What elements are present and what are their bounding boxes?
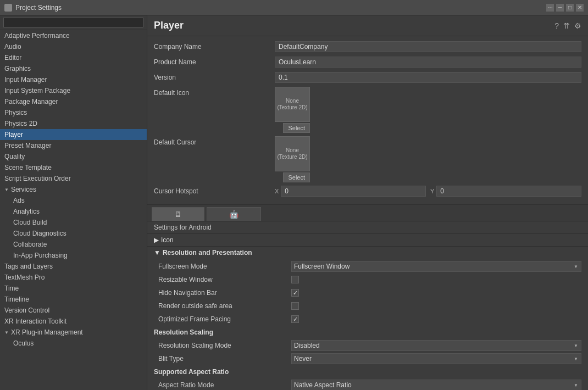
settings-for-android-text: Settings for Android [154,224,212,231]
sidebar-item-cloud-diagnostics[interactable]: Cloud Diagnostics [0,228,147,239]
sidebar-item-editor[interactable]: Editor [0,52,147,63]
default-cursor-container: None (Texture 2D) Select [275,136,310,182]
sidebar-item-oculus[interactable]: Oculus [0,338,147,349]
supported-aspect-ratio-header: Supported Aspect Ratio [154,368,291,376]
sidebar-item-ads[interactable]: Ads [0,195,147,206]
title-bar-close-btn[interactable]: ✕ [576,4,584,12]
sidebar-item-analytics[interactable]: Analytics [0,206,147,217]
version-label: Version [154,74,275,81]
title-bar-max-btn[interactable]: □ [566,4,574,12]
frame-pacing-row: Optimized Frame Pacing [154,314,581,325]
settings-icon[interactable]: ⚙ [574,21,581,30]
fields-section: Company Name Product Name Version [147,36,588,205]
title-bar-more-btn[interactable]: ⋯ [546,4,554,12]
version-input[interactable] [275,72,581,83]
fullscreen-mode-label: Fullscreen Mode [154,263,291,270]
title-bar-min-btn[interactable]: ─ [556,4,564,12]
sidebar-item-physics-2d[interactable]: Physics 2D [0,118,147,129]
default-icon-select-btn[interactable]: Select [283,123,310,133]
sidebar-item-input-manager[interactable]: Input Manager [0,74,147,85]
default-cursor-label: Default Cursor [154,136,275,146]
blit-type-select[interactable]: Never Always Auto [291,353,581,364]
hide-nav-bar-row: Hide Navigation Bar [154,287,581,298]
default-cursor-texture-text: (Texture 2D) [277,154,307,160]
icon-section: ▶ Icon [147,234,588,247]
resolution-scaling-mode-row: Resolution Scaling Mode Disabled Fixed D… [154,340,581,351]
company-name-value [275,41,581,52]
sidebar-item-version-control[interactable]: Version Control [0,305,147,316]
default-cursor-none-text: None [286,147,299,154]
cursor-hotspot-y-input[interactable] [436,186,581,197]
panel-header-icons: ? ⇈ ⚙ [554,21,581,30]
cursor-hotspot-label: Cursor Hotspot [154,187,275,195]
resolution-scaling-mode-label: Resolution Scaling Mode [154,342,291,349]
sidebar-item-quality[interactable]: Quality [0,151,147,162]
sidebar-item-adaptive-performance[interactable]: Adaptive Performance [0,30,147,41]
sidebar-item-scene-template[interactable]: Scene Template [0,162,147,173]
sidebar-group-services-group[interactable]: ▼Services [0,184,147,195]
icon-section-label: Icon [161,236,174,244]
sidebar-search-input[interactable] [3,18,143,27]
sidebar-item-cloud-build[interactable]: Cloud Build [0,217,147,228]
icon-section-title[interactable]: ▶ Icon [147,234,588,246]
version-row: Version [154,71,581,83]
sidebar-item-timeline[interactable]: Timeline [0,294,147,305]
resolution-section-content: Fullscreen Mode Fullscreen Window Exclus… [147,259,588,390]
sidebar-group-xr-plugin-management-group[interactable]: ▼XR Plug-in Management [0,327,147,338]
sidebar-item-audio[interactable]: Audio [0,41,147,52]
resolution-scaling-header: Resolution Scaling [154,328,291,336]
main-container: Adaptive PerformanceAudioEditorGraphicsI… [0,15,588,390]
tab-android[interactable]: 🤖 [207,207,261,221]
product-name-input[interactable] [275,57,581,68]
icon-section-triangle: ▶ [154,236,159,244]
render-safe-area-checkbox[interactable] [291,302,299,310]
sidebar-item-tags-and-layers[interactable]: Tags and Layers [0,261,147,272]
cursor-hotspot-xy: X Y [275,186,581,197]
resolution-section: ▼ Resolution and Presentation Fullscreen… [147,247,588,390]
default-icon-label: Default Icon [154,87,275,97]
hide-nav-bar-checkbox[interactable] [291,289,299,297]
sidebar-item-package-manager[interactable]: Package Manager [0,96,147,107]
sidebar-item-script-execution-order[interactable]: Script Execution Order [0,173,147,184]
sidebar-item-graphics[interactable]: Graphics [0,63,147,74]
resizable-window-checkbox[interactable] [291,276,299,283]
default-icon-container: None (Texture 2D) Select [275,87,310,133]
frame-pacing-checkbox[interactable] [291,315,299,323]
blit-type-row: Blit Type Never Always Auto [154,353,581,364]
help-icon[interactable]: ? [554,21,559,30]
sidebar-item-player[interactable]: Player [0,129,147,140]
tab-desktop[interactable]: 🖥 [152,207,204,221]
title-bar: Project Settings ⋯ ─ □ ✕ [0,0,588,15]
pin-icon[interactable]: ⇈ [563,21,570,30]
platform-tabs: 🖥 🤖 [147,205,588,221]
sidebar-item-in-app-purchasing[interactable]: In-App Purchasing [0,250,147,261]
cursor-hotspot-x-group: X [275,186,426,197]
panel-header: Player ? ⇈ ⚙ [147,15,588,36]
sidebar-item-textmesh-pro[interactable]: TextMesh Pro [0,272,147,283]
sidebar-item-input-system-package[interactable]: Input System Package [0,85,147,96]
render-safe-area-label: Render outside safe area [154,302,291,310]
aspect-ratio-mode-select[interactable]: Native Aspect Ratio Custom [291,380,581,390]
product-name-value [275,57,581,68]
sidebar-item-time[interactable]: Time [0,283,147,294]
product-name-label: Product Name [154,58,275,66]
fullscreen-mode-select[interactable]: Fullscreen Window Exclusive Fullscreen W… [291,261,581,272]
aspect-ratio-mode-wrapper: Native Aspect Ratio Custom [291,380,581,390]
cursor-hotspot-y-group: Y [430,186,581,197]
company-name-label: Company Name [154,43,275,51]
resolution-section-label: Resolution and Presentation [163,249,252,257]
cursor-hotspot-x-input[interactable] [281,186,426,197]
default-icon-none-text: None [286,98,299,104]
resolution-section-title[interactable]: ▼ Resolution and Presentation [147,247,588,259]
sidebar-item-collaborate[interactable]: Collaborate [0,239,147,250]
blit-type-label: Blit Type [154,355,291,363]
cursor-hotspot-y-label: Y [430,188,434,194]
sidebar-item-xr-interaction-toolkit[interactable]: XR Interaction Toolkit [0,316,147,327]
title-bar-controls: ⋯ ─ □ ✕ [546,4,584,12]
default-cursor-select-btn[interactable]: Select [283,172,310,182]
sidebar-item-physics[interactable]: Physics [0,107,147,118]
resolution-scaling-mode-select[interactable]: Disabled Fixed DPI [291,340,581,351]
company-name-input[interactable] [275,41,581,52]
sidebar-item-preset-manager[interactable]: Preset Manager [0,140,147,151]
default-cursor-row: Default Cursor None (Texture 2D) Select [154,136,581,182]
